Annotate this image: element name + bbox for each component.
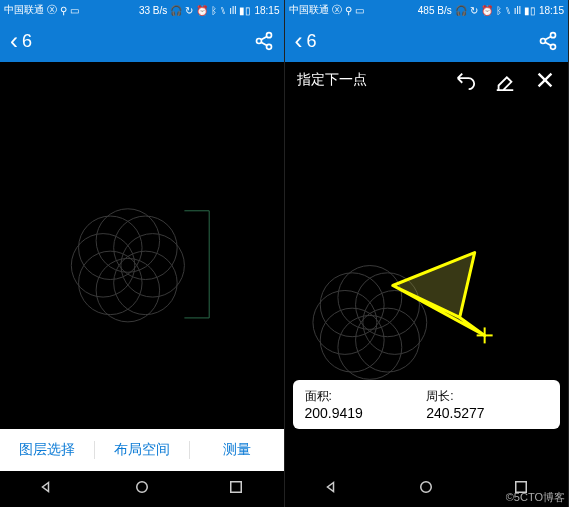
nav-back-icon[interactable]: [323, 478, 341, 500]
svg-point-0: [266, 33, 271, 38]
nav-back-icon[interactable]: [38, 478, 56, 500]
svg-line-4: [261, 42, 267, 45]
alarm-icon: ⏰: [196, 5, 208, 16]
tab-layer-select[interactable]: 图层选择: [0, 441, 95, 459]
svg-point-35: [421, 482, 432, 493]
phone-left: 中国联通 ⓧ ⚲ ▭ 33 B/s 🎧 ↻ ⏰ ᛒ ⑊ ıll ▮▯ 18:15…: [0, 0, 285, 507]
svg-point-6: [114, 216, 177, 279]
back-button[interactable]: ‹ 6: [10, 27, 32, 55]
share-button[interactable]: [538, 31, 558, 51]
svg-point-29: [337, 315, 401, 379]
svg-point-12: [79, 216, 142, 279]
svg-point-2: [266, 44, 271, 49]
wifi-icon: ⑊: [220, 5, 226, 16]
bottom-tabs: 图层选择 布局空间 测量: [0, 429, 284, 471]
svg-point-31: [312, 290, 376, 354]
speed-text: 33 B/s: [139, 5, 167, 16]
svg-line-22: [545, 42, 551, 45]
status-bar: 中国联通 ⓧ ⚲ ▭ 33 B/s 🎧 ↻ ⏰ ᛒ ⑊ ıll ▮▯ 18:15: [0, 0, 284, 20]
signal-icon: ıll: [229, 5, 236, 16]
area-label: 面积:: [305, 388, 427, 405]
battery-icon: ▮▯: [239, 5, 251, 16]
watermark: ©5CTO博客: [506, 490, 565, 505]
perimeter-value: 240.5277: [426, 405, 548, 421]
svg-point-1: [256, 39, 261, 44]
sync-icon: ↻: [185, 5, 193, 16]
sync-icon: ↻: [470, 5, 478, 16]
headphones-icon: 🎧: [455, 5, 467, 16]
nav-recent-icon[interactable]: [227, 478, 245, 500]
carrier-text: 中国联通: [289, 3, 329, 17]
chevron-left-icon: ‹: [10, 27, 18, 55]
result-card: 面积: 200.9419 周长: 240.5277: [293, 380, 561, 429]
speed-text: 485 B/s: [418, 5, 452, 16]
status-bar: 中国联通 ⓧ ⚲ ▭ 485 B/s 🎧 ↻ ⏰ ᛒ ⑊ ıll ▮▯ 18:1…: [285, 0, 569, 20]
svg-line-3: [261, 36, 267, 39]
close-button[interactable]: [534, 69, 556, 91]
undo-button[interactable]: [454, 69, 476, 91]
area-value: 200.9419: [305, 405, 427, 421]
page-title: 6: [22, 31, 32, 52]
tab-layout-space[interactable]: 布局空间: [95, 441, 190, 459]
svg-rect-17: [231, 482, 242, 493]
perimeter-label: 周长:: [426, 388, 548, 405]
location-icon: ⚲: [60, 5, 67, 16]
prompt-bar: 指定下一点: [285, 62, 569, 98]
card-icon: ▭: [355, 5, 364, 16]
nfc-icon: ⓧ: [47, 3, 57, 17]
signal-icon: ıll: [514, 5, 521, 16]
svg-point-19: [541, 39, 546, 44]
drawing-canvas[interactable]: [0, 62, 284, 429]
nav-home-icon[interactable]: [417, 478, 435, 500]
svg-point-30: [320, 308, 384, 372]
battery-icon: ▮▯: [524, 5, 536, 16]
prompt-text: 指定下一点: [297, 71, 367, 89]
android-nav: [0, 471, 284, 507]
location-icon: ⚲: [345, 5, 352, 16]
phone-right: 中国联通 ⓧ ⚲ ▭ 485 B/s 🎧 ↻ ⏰ ᛒ ⑊ ıll ▮▯ 18:1…: [285, 0, 570, 507]
app-bar: ‹ 6: [0, 20, 284, 62]
chevron-left-icon: ‹: [295, 27, 303, 55]
back-button[interactable]: ‹ 6: [295, 27, 317, 55]
svg-point-25: [337, 266, 401, 330]
svg-line-21: [545, 36, 551, 39]
svg-point-11: [71, 234, 134, 297]
tab-measure[interactable]: 测量: [190, 441, 284, 459]
bluetooth-icon: ᛒ: [496, 5, 502, 16]
time-text: 18:15: [539, 5, 564, 16]
headphones-icon: 🎧: [170, 5, 182, 16]
svg-point-20: [551, 44, 556, 49]
svg-point-32: [320, 273, 384, 337]
svg-point-18: [551, 33, 556, 38]
svg-point-16: [137, 482, 148, 493]
page-title: 6: [307, 31, 317, 52]
share-button[interactable]: [254, 31, 274, 51]
svg-point-28: [355, 308, 419, 372]
card-icon: ▭: [70, 5, 79, 16]
app-bar: ‹ 6: [285, 20, 569, 62]
wifi-icon: ⑊: [505, 5, 511, 16]
svg-point-5: [96, 209, 159, 272]
erase-button[interactable]: [494, 69, 516, 91]
nfc-icon: ⓧ: [332, 3, 342, 17]
bluetooth-icon: ᛒ: [211, 5, 217, 16]
svg-point-7: [121, 234, 184, 297]
time-text: 18:15: [254, 5, 279, 16]
svg-point-8: [114, 251, 177, 314]
svg-point-9: [96, 258, 159, 321]
carrier-text: 中国联通: [4, 3, 44, 17]
svg-point-10: [79, 251, 142, 314]
nav-home-icon[interactable]: [133, 478, 151, 500]
drawing-canvas[interactable]: 面积: 200.9419 周长: 240.5277: [285, 98, 569, 471]
alarm-icon: ⏰: [481, 5, 493, 16]
